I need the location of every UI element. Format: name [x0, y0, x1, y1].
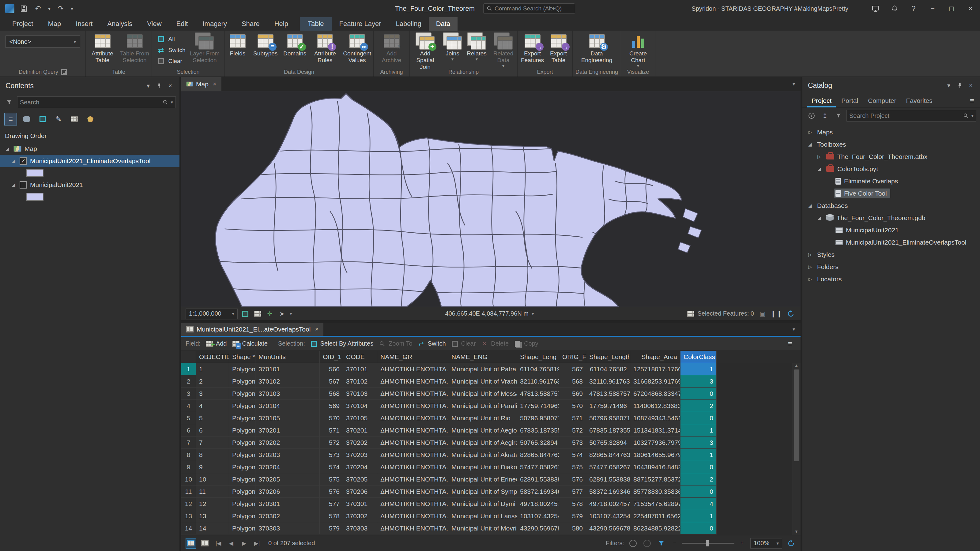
- filter-icon[interactable]: [4, 97, 15, 108]
- cell-objectid[interactable]: 7: [196, 437, 229, 449]
- cell-shape[interactable]: Polygon: [229, 449, 255, 461]
- cell-shape[interactable]: Polygon: [229, 387, 255, 400]
- cell-shape-length[interactable]: 50765.32894: [586, 437, 630, 449]
- cell-code[interactable]: 370206: [343, 486, 377, 498]
- cell-shape-leng[interactable]: 67835.187355: [517, 424, 559, 437]
- cell-colorclass[interactable]: 1: [681, 424, 717, 437]
- cell-objectid[interactable]: 2: [196, 375, 229, 387]
- cell-colorclass[interactable]: 4: [681, 498, 717, 510]
- cell-shape-area[interactable]: 125718017.176679: [630, 363, 681, 375]
- cell-oid-1[interactable]: 569: [320, 400, 343, 412]
- cell-name-gr[interactable]: ΔΗΜΟΤΙΚΗ ΕΝΟΤΗΤΑ...: [377, 449, 449, 461]
- row-selector[interactable]: 4: [181, 400, 196, 412]
- cell-shape-length[interactable]: 17759.71496: [586, 400, 630, 412]
- cell-shape-length[interactable]: 67835.187355: [586, 424, 630, 437]
- cell-oid-1[interactable]: 570: [320, 412, 343, 424]
- cell-shape-area[interactable]: 151341831.371449: [630, 424, 681, 437]
- cell-mununits[interactable]: 370101: [255, 363, 320, 375]
- table-zoom-dropdown[interactable]: 100%▾: [750, 538, 782, 549]
- expander-closed-icon[interactable]: ▷: [807, 276, 813, 282]
- cell-name-gr[interactable]: ΔΗΜΟΤΙΚΗ ΕΝΟΤΗΤΑ...: [377, 461, 449, 473]
- cell-shape-area[interactable]: 85778830.358364: [630, 486, 681, 498]
- cell-name-gr[interactable]: ΔΗΜΟΤΙΚΗ ΕΝΟΤΗΤΑ...: [377, 498, 449, 510]
- cell-name-gr[interactable]: ΔΗΜΟΤΙΚΗ ΕΝΟΤΗΤΑ...: [377, 424, 449, 437]
- expander-open-icon[interactable]: ◢: [10, 158, 16, 164]
- row-selector[interactable]: 13: [181, 510, 196, 522]
- cell-shape[interactable]: Polygon: [229, 498, 255, 510]
- cell-code[interactable]: 370201: [343, 424, 377, 437]
- joins-button[interactable]: Joins▾: [441, 32, 464, 62]
- cell-orig-fid[interactable]: 573: [559, 437, 586, 449]
- row-selector[interactable]: 5: [181, 412, 196, 424]
- panel-menu-icon[interactable]: ▾: [943, 80, 954, 91]
- row-selector[interactable]: 11: [181, 486, 196, 498]
- close-icon[interactable]: ×: [961, 0, 980, 17]
- column-header-shape[interactable]: Shape *: [229, 351, 255, 363]
- cell-code[interactable]: 370205: [343, 473, 377, 486]
- expander-closed-icon[interactable]: ▷: [816, 154, 822, 159]
- catalog-item-the-four-color-theorem-atbx[interactable]: ▷The_Four_Color_Theorem.atbx: [802, 151, 980, 163]
- help-icon[interactable]: ?: [904, 0, 923, 17]
- ribbon-tab-project[interactable]: Project: [5, 17, 40, 30]
- expander-closed-icon[interactable]: ▷: [807, 264, 813, 270]
- cell-code[interactable]: 370101: [343, 363, 377, 375]
- cell-objectid[interactable]: 12: [196, 498, 229, 510]
- cell-orig-fid[interactable]: 567: [559, 363, 586, 375]
- cell-shape[interactable]: Polygon: [229, 510, 255, 522]
- cell-name-gr[interactable]: ΔΗΜΟΤΙΚΗ ΕΝΟΤΗΤΑ...: [377, 375, 449, 387]
- cell-code[interactable]: 370104: [343, 400, 377, 412]
- row-selector[interactable]: 1: [181, 363, 196, 375]
- cell-name-gr[interactable]: ΔΗΜΟΤΙΚΗ ΕΝΟΤΗΤΑ...: [377, 363, 449, 375]
- contents-search[interactable]: ▾: [17, 97, 176, 108]
- cell-name-gr[interactable]: ΔΗΜΟΤΙΚΗ ΕΝΟΤΗΤΑ...: [377, 510, 449, 522]
- cell-shape-leng[interactable]: 57477.058267: [517, 461, 559, 473]
- cell-objectid[interactable]: 11: [196, 486, 229, 498]
- column-header-row-selector[interactable]: [181, 351, 196, 363]
- contents-map-node[interactable]: ◢ Map: [0, 143, 180, 155]
- column-header-objectid[interactable]: OBJECTID *: [196, 351, 229, 363]
- fields-button[interactable]: Fields: [225, 32, 250, 57]
- minimize-icon[interactable]: −: [923, 0, 942, 17]
- cell-objectid[interactable]: 8: [196, 449, 229, 461]
- table-row[interactable]: 1212Polygon370301577370301ΔΗΜΟΤΙΚΗ ΕΝΟΤΗ…: [181, 498, 800, 510]
- cell-name-eng[interactable]: Municipal Unit of Dymi: [449, 498, 517, 510]
- cell-shape-leng[interactable]: 58372.169346: [517, 486, 559, 498]
- cell-name-eng[interactable]: Municipal Unit of Messa...: [449, 387, 517, 400]
- pin-icon[interactable]: [954, 80, 965, 91]
- table-row[interactable]: 1010Polygon370205575370205ΔΗΜΟΤΙΚΗ ΕΝΟΤΗ…: [181, 473, 800, 486]
- cell-oid-1[interactable]: 568: [320, 387, 343, 400]
- cell-shape-length[interactable]: 50796.958071: [586, 412, 630, 424]
- cell-objectid[interactable]: 6: [196, 424, 229, 437]
- cell-oid-1[interactable]: 572: [320, 437, 343, 449]
- cell-orig-fid[interactable]: 578: [559, 498, 586, 510]
- cell-shape-leng[interactable]: 103107.432542: [517, 510, 559, 522]
- layer-symbol-swatch[interactable]: [26, 169, 43, 177]
- cell-oid-1[interactable]: 578: [320, 510, 343, 522]
- filter-check-icon[interactable]: [656, 538, 667, 549]
- notifications-icon[interactable]: [885, 0, 904, 17]
- cell-objectid[interactable]: 1: [196, 363, 229, 375]
- ribbon-tab-data[interactable]: Data: [429, 17, 458, 30]
- app-icon[interactable]: [3, 2, 16, 15]
- form-view-icon[interactable]: [200, 538, 210, 549]
- cell-mununits[interactable]: 370104: [255, 400, 320, 412]
- command-search[interactable]: [483, 3, 575, 14]
- cell-shape-length[interactable]: 47813.588757: [586, 387, 630, 400]
- table-menu-icon[interactable]: ≡: [784, 340, 796, 348]
- list-by-editing-icon[interactable]: ✎: [52, 113, 65, 125]
- add-field-button[interactable]: Add: [205, 340, 227, 348]
- cell-shape-length[interactable]: 32110.961763: [586, 375, 630, 387]
- presentation-icon[interactable]: [866, 0, 885, 17]
- cell-orig-fid[interactable]: 575: [559, 461, 586, 473]
- clear-selection-button[interactable]: Clear: [155, 56, 188, 66]
- cell-orig-fid[interactable]: 568: [559, 375, 586, 387]
- filter-selection-icon[interactable]: [642, 538, 652, 549]
- cell-orig-fid[interactable]: 570: [559, 400, 586, 412]
- cell-shape[interactable]: Polygon: [229, 522, 255, 535]
- table-view-icon[interactable]: [186, 538, 196, 549]
- clear-selection-button[interactable]: Clear: [451, 340, 476, 348]
- cell-name-eng[interactable]: Municipal Unit of Erineos: [449, 473, 517, 486]
- crosshair-icon[interactable]: ✛: [265, 309, 274, 318]
- layer-from-selection-button[interactable]: Layer From Selection: [188, 32, 221, 64]
- list-by-data-source-icon[interactable]: [20, 113, 33, 125]
